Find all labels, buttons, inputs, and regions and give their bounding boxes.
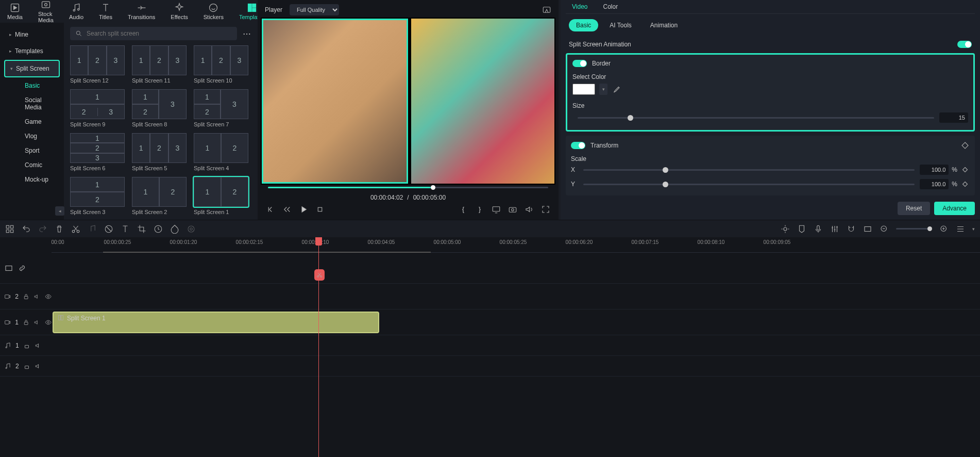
collapse-nav-button[interactable]: ◂ <box>55 206 64 216</box>
tool-text[interactable] <box>121 224 130 234</box>
props-tab-video[interactable]: Video <box>572 0 587 13</box>
tool-color[interactable] <box>170 224 179 234</box>
size-slider[interactable] <box>578 117 934 119</box>
tab-effects[interactable]: Effects <box>167 1 191 22</box>
timeline-clip[interactable]: Split Screen 1 <box>53 312 379 333</box>
tool-mixer[interactable] <box>830 224 839 234</box>
template-item[interactable]: 123Split Screen 10 <box>194 45 248 84</box>
mark-out-button[interactable]: } <box>475 205 484 214</box>
scale-x-input[interactable] <box>920 165 949 175</box>
tab-transitions[interactable]: Transitions <box>125 1 158 22</box>
playhead-cut-icon[interactable] <box>314 269 325 281</box>
browser-menu-button[interactable]: ⋯ <box>242 29 251 38</box>
progress-bar[interactable] <box>261 185 555 194</box>
quality-select[interactable]: Full Quality <box>290 4 339 15</box>
scale-x-keyframe[interactable] <box>960 165 970 174</box>
track-settings-icon[interactable] <box>4 264 13 273</box>
template-item[interactable]: 12Split Screen 4 <box>194 133 248 172</box>
prev-frame-button[interactable] <box>266 205 275 214</box>
tool-layout[interactable] <box>5 224 14 234</box>
tool-marker[interactable] <box>797 224 806 234</box>
subnav-sport[interactable]: Sport <box>19 143 60 158</box>
color-dropdown[interactable]: ▾ <box>599 84 607 95</box>
lock-icon[interactable] <box>23 319 29 326</box>
video-track-2[interactable]: 2 <box>0 284 980 309</box>
transform-toggle[interactable] <box>571 142 585 149</box>
template-item[interactable]: 12Split Screen 2 <box>132 177 187 216</box>
template-item[interactable]: 123Split Screen 6 <box>70 133 125 172</box>
mute-icon[interactable] <box>33 293 40 300</box>
preview-viewport[interactable] <box>261 18 555 185</box>
tool-crop2[interactable] <box>137 224 146 234</box>
subnav-mockup[interactable]: Mock-up <box>19 172 60 187</box>
eye-icon[interactable] <box>45 319 52 326</box>
template-item[interactable]: 12Split Screen 3 <box>70 177 125 216</box>
template-item[interactable]: 123Split Screen 8 <box>132 89 187 128</box>
zoom-out-button[interactable] <box>880 224 889 234</box>
subnav-game[interactable]: Game <box>19 115 60 129</box>
template-item[interactable]: 123Split Screen 9 <box>70 89 125 128</box>
lock-icon[interactable] <box>23 342 30 349</box>
advance-button[interactable]: Advance <box>934 202 975 215</box>
cut-button[interactable] <box>71 224 80 234</box>
scale-x-slider[interactable] <box>583 169 915 171</box>
link-icon[interactable] <box>18 264 27 273</box>
tool-magnet[interactable] <box>847 224 856 234</box>
tool-target[interactable] <box>187 224 196 234</box>
preview-zone-2[interactable] <box>411 19 554 184</box>
scale-y-slider[interactable] <box>583 184 915 185</box>
scale-y-keyframe[interactable] <box>960 179 970 189</box>
fullscreen-button[interactable] <box>541 205 550 214</box>
transform-keyframe-icon[interactable] <box>960 141 970 150</box>
template-item[interactable]: 123Split Screen 12 <box>70 45 125 84</box>
tab-audio[interactable]: Audio <box>66 1 87 22</box>
subtab-animation[interactable]: Animation <box>643 19 685 31</box>
preview-zone-1[interactable] <box>262 19 408 184</box>
lock-icon[interactable] <box>23 293 29 300</box>
zoom-in-button[interactable] <box>939 224 949 234</box>
template-item[interactable]: 123Split Screen 7 <box>194 89 248 128</box>
reset-button[interactable]: Reset <box>898 202 930 215</box>
mute-icon[interactable] <box>33 319 40 326</box>
play-button[interactable] <box>299 205 308 214</box>
video-track-1[interactable]: 1Split Screen 1 <box>0 309 980 335</box>
volume-button[interactable] <box>525 205 534 214</box>
tab-titles[interactable]: Titles <box>96 1 115 22</box>
audio-track-2[interactable]: 2 <box>0 356 980 377</box>
time-ruler[interactable]: 00:00 00:00:00:25 00:00:01:20 00:00:02:1… <box>52 237 980 253</box>
tool-crop[interactable] <box>104 224 113 234</box>
tab-stock-media[interactable]: Stock Media <box>35 0 57 25</box>
toolbar-more[interactable]: ▾ <box>972 226 975 232</box>
subnav-vlog[interactable]: Vlog <box>19 129 60 143</box>
border-toggle[interactable] <box>572 60 587 67</box>
zoom-fit-button[interactable] <box>956 224 965 234</box>
template-item[interactable]: 123Split Screen 5 <box>132 133 187 172</box>
nav-mine[interactable]: ▸Mine <box>4 27 60 42</box>
size-input[interactable] <box>939 112 968 123</box>
undo-button[interactable] <box>22 224 31 234</box>
snapshot-icon[interactable] <box>542 5 551 14</box>
eye-icon[interactable] <box>45 293 52 300</box>
zoom-slider[interactable] <box>896 228 932 230</box>
mark-in-button[interactable]: { <box>459 205 468 214</box>
mute-icon[interactable] <box>35 363 42 370</box>
mute-icon[interactable] <box>35 342 42 349</box>
eyedropper-button[interactable] <box>612 85 621 94</box>
search-input[interactable] <box>87 30 232 37</box>
tab-stickers[interactable]: Stickers <box>200 1 227 22</box>
template-item[interactable]: 12Split Screen 1 <box>194 177 248 216</box>
tool-enhance[interactable] <box>781 224 790 234</box>
nav-templates[interactable]: ▸Templates <box>4 43 60 59</box>
ssa-toggle[interactable] <box>957 41 972 48</box>
subnav-comic[interactable]: Comic <box>19 158 60 172</box>
tool-mic[interactable] <box>814 224 823 234</box>
delete-button[interactable] <box>55 224 64 234</box>
nav-split-screen[interactable]: ▾Split Screen <box>4 60 60 77</box>
subnav-social-media[interactable]: Social Media <box>19 93 60 115</box>
tab-media[interactable]: Media <box>4 1 26 22</box>
camera-button[interactable] <box>508 205 517 214</box>
tool-speed[interactable] <box>154 224 163 234</box>
color-swatch[interactable] <box>572 84 595 95</box>
subtab-ai-tools[interactable]: AI Tools <box>602 19 638 31</box>
audio-track-1[interactable]: 1 <box>0 335 980 356</box>
